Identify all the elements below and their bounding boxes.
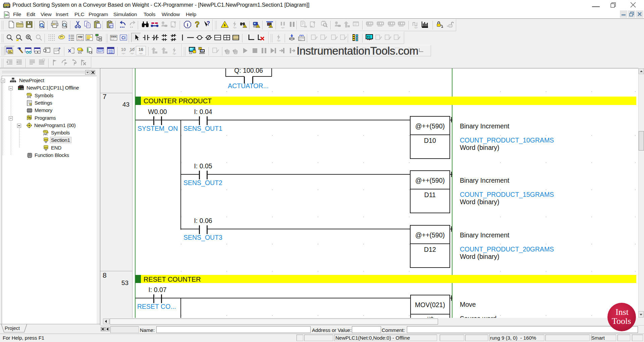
svg-text:ngn: ngn — [233, 26, 236, 28]
svg-text:ngn: ngn — [130, 52, 134, 54]
svg-text:ngn: ngn — [122, 52, 125, 54]
svg-text:CI: CI — [121, 36, 125, 40]
svg-text:ngn: ngn — [173, 53, 176, 55]
svg-text:10: 10 — [121, 47, 126, 52]
svg-text:ngn: ngn — [277, 40, 280, 42]
svg-text:?: ? — [195, 20, 200, 28]
svg-text:ngn: ngn — [139, 52, 143, 54]
svg-text:ngn: ngn — [281, 26, 284, 28]
svg-text:0.02: 0.02 — [109, 51, 113, 54]
svg-text:FC: FC — [367, 35, 371, 39]
svg-text:i: i — [187, 22, 188, 27]
svg-text:16: 16 — [139, 47, 143, 52]
svg-text:?: ? — [207, 20, 210, 26]
svg-text:HM: HM — [78, 35, 83, 39]
svg-text:ngn: ngn — [414, 26, 418, 28]
svg-text:SMA: SMA — [111, 35, 117, 38]
